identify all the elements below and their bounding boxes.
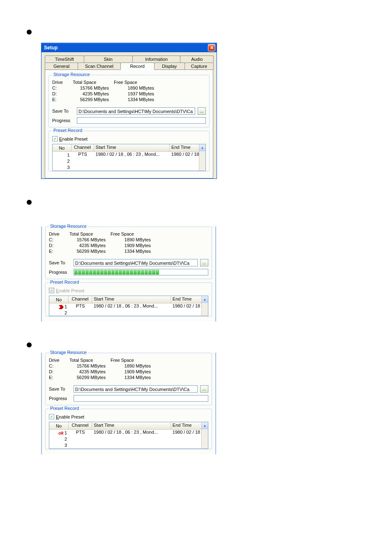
scroll-track[interactable] xyxy=(201,429,208,449)
free-space-header: Free Space xyxy=(114,79,159,85)
progress-bar-3 xyxy=(74,395,208,402)
scroll-up-icon[interactable]: ▲ xyxy=(201,296,208,303)
preset-record-title: Preset Record xyxy=(52,128,83,133)
progress-bar xyxy=(77,117,206,124)
titlebar[interactable]: Setup ✕ xyxy=(42,43,217,52)
tab-information[interactable]: Information xyxy=(132,56,180,62)
free-d: 1937 MBytes xyxy=(114,91,159,97)
preset-record-group-2: Preset Record Enable Preset No Channel S… xyxy=(45,282,212,317)
preset-record-group: Preset Record Enable Preset No Channel S… xyxy=(48,131,210,171)
drive-d: D: xyxy=(52,91,73,97)
storage-resource-group-3: Storage Resource Drive Total Space Free … xyxy=(45,353,212,405)
saveto-input[interactable]: D:\Documents and Settings\HCT\My Documen… xyxy=(77,107,195,115)
storage-resource-title-2: Storage Resource xyxy=(49,224,88,229)
drive-c: C: xyxy=(52,85,73,91)
total-e: 56299 MBytes xyxy=(73,97,114,102)
tab-display[interactable]: Display xyxy=(154,62,185,69)
table-row[interactable]: 3 xyxy=(49,442,208,448)
progress-bar-active xyxy=(74,269,208,275)
table-row[interactable]: 3 xyxy=(53,164,205,170)
scroll-track[interactable] xyxy=(199,151,205,171)
enable-preset-label-3: Enable Preset xyxy=(56,414,84,419)
drive-e: E: xyxy=(52,97,73,102)
col-no[interactable]: No xyxy=(53,144,71,151)
saveto-input-3[interactable]: D:\Documents and Settings\HCT\My Documen… xyxy=(74,385,198,393)
total-c: 15766 MBytes xyxy=(73,85,114,91)
col-channel[interactable]: Channel xyxy=(71,144,94,151)
col-start[interactable]: Start Time xyxy=(94,144,170,151)
storage-grid-2: Drive Total Space Free Space C: 15766 MB… xyxy=(49,231,208,254)
enable-preset-label: Enable Preset xyxy=(59,136,88,141)
browse-button[interactable]: ... xyxy=(198,107,206,115)
progress-row: Progress xyxy=(52,117,206,124)
total-d: 4235 MBytes xyxy=(73,91,114,97)
tab-capture[interactable]: Capture xyxy=(184,62,214,69)
tab-timeshift[interactable]: TimeShift xyxy=(45,56,84,62)
storage-resource-group: Storage Resource Drive Total Space Free … xyxy=(48,75,210,127)
browse-button-3[interactable]: ... xyxy=(200,385,208,393)
scroll-track[interactable] xyxy=(201,303,208,316)
window-title: Setup xyxy=(44,45,58,51)
table-row[interactable]: ok 1 PTS 1980 / 02 / 18 , 06 : 23 , Mond… xyxy=(49,430,208,436)
row-channel: PTS xyxy=(71,152,94,158)
tab-content-record: Storage Resource Drive Total Space Free … xyxy=(45,69,213,178)
ok-flag-icon: ok xyxy=(58,430,64,435)
tab-row-back: TimeShift Skin Information Audio xyxy=(45,56,213,62)
tab-general[interactable]: General xyxy=(45,62,78,69)
enable-preset-row-3[interactable]: Enable Preset xyxy=(49,414,208,419)
saveto-row: Save To D:\Documents and Settings\HCT\My… xyxy=(52,107,206,115)
storage-resource-title: Storage Resource xyxy=(52,72,91,77)
enable-preset-row-2: Enable Preset xyxy=(49,288,208,293)
enable-preset-checkbox-3[interactable] xyxy=(49,414,54,419)
free-e: 1334 MBytes xyxy=(114,97,159,102)
enable-preset-checkbox[interactable] xyxy=(52,136,58,141)
tab-skin[interactable]: Skin xyxy=(84,56,133,62)
preset-list-header: No Channel Start Time End Time xyxy=(53,144,205,152)
preset-list-3[interactable]: No Channel Start Time End Time ▲ ok 1 PT… xyxy=(49,422,208,449)
bullet-3 xyxy=(27,342,32,347)
saveto-label: Save To xyxy=(52,109,74,113)
storage-grid: Drive Total Space Free Space C: 15766 MB… xyxy=(52,79,206,102)
svg-marker-0 xyxy=(59,305,64,309)
preset-list-2[interactable]: No Channel Start Time End Time ▲ 1 xyxy=(49,296,208,316)
preset-list-rows: 1 PTS 1980 / 02 / 18 , 06 : 23 , Mond...… xyxy=(53,152,205,170)
table-row[interactable]: 1 PTS 1980 / 02 / 18 , 06 : 23 , Mond...… xyxy=(49,303,208,310)
browse-button-2[interactable]: ... xyxy=(200,259,208,266)
tab-audio[interactable]: Audio xyxy=(180,56,214,62)
row-start: 1980 / 02 / 18 , 06 : 23 , Mond... xyxy=(94,152,170,158)
tabs-area: TimeShift Skin Information Audio General… xyxy=(42,52,217,178)
table-row[interactable]: 2 xyxy=(49,310,208,316)
setup-window: Setup ✕ TimeShift Skin Information Audio… xyxy=(41,43,217,179)
tab-scan-channel[interactable]: Scan Channel xyxy=(78,62,121,69)
progress-label: Progress xyxy=(52,118,74,123)
bullet-1 xyxy=(27,30,32,35)
table-row[interactable]: 2 xyxy=(53,158,205,164)
drive-header: Drive xyxy=(52,79,73,85)
recording-flag-icon xyxy=(59,304,64,309)
table-row[interactable]: 1 PTS 1980 / 02 / 18 , 06 : 23 , Mond...… xyxy=(53,152,205,158)
saveto-input-2[interactable]: D:\Documents and Settings\HCT\My Documen… xyxy=(74,259,198,266)
storage-resource-group-2: Storage Resource Drive Total Space Free … xyxy=(45,227,212,279)
enable-preset-checkbox-disabled xyxy=(49,288,54,293)
tab-record[interactable]: Record xyxy=(120,62,154,70)
record-tab-partial-done: Storage Resource Drive Total Space Free … xyxy=(41,353,216,454)
preset-list[interactable]: No Channel Start Time End Time ▲ 1 PTS 1… xyxy=(52,144,206,171)
table-row[interactable]: 2 xyxy=(49,436,208,442)
tab-row-front: General Scan Channel Record Display Capt… xyxy=(45,62,213,69)
bullet-2 xyxy=(27,200,32,205)
record-tab-partial-recording: Storage Resource Drive Total Space Free … xyxy=(41,227,216,321)
enable-preset-row[interactable]: Enable Preset xyxy=(52,136,206,141)
row-no: 2 xyxy=(53,158,71,164)
close-icon[interactable]: ✕ xyxy=(208,44,215,51)
row-no: 1 xyxy=(53,152,71,158)
enable-preset-label-disabled: Enable Preset xyxy=(56,288,84,293)
total-space-header: Total Space xyxy=(73,79,114,85)
row-no: 3 xyxy=(53,164,71,170)
scroll-up-icon[interactable]: ▲ xyxy=(201,422,208,429)
preset-record-group-3: Preset Record Enable Preset No Channel S… xyxy=(45,409,212,449)
scroll-up-icon[interactable]: ▲ xyxy=(199,144,205,151)
free-c: 1890 MBytes xyxy=(114,85,159,91)
